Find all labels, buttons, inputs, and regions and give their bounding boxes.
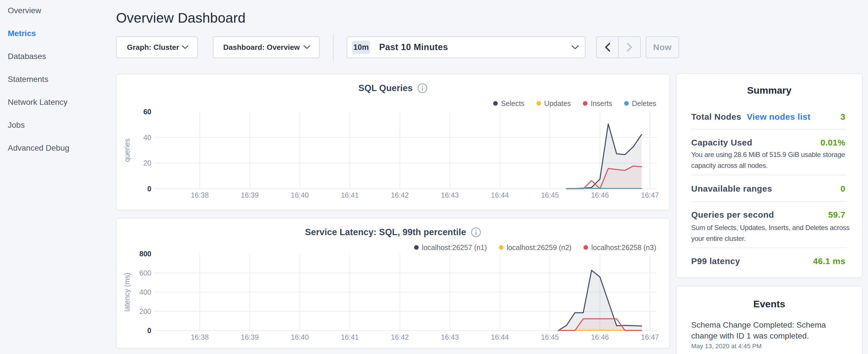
- summary-row-value: 46.1 ms: [813, 256, 845, 266]
- chevron-down-icon: [182, 45, 189, 49]
- sidebar-item-databases[interactable]: Databases: [8, 45, 111, 68]
- svg-text:16:42: 16:42: [391, 333, 409, 341]
- summary-row-label: Capacity Used: [691, 138, 752, 148]
- toolbar: Graph: Cluster Dashboard: Overview 10m P…: [116, 36, 679, 58]
- svg-text:200: 200: [139, 307, 151, 315]
- chevron-down-icon: [571, 45, 579, 50]
- divider: [691, 248, 846, 248]
- summary-row-label: Queries per second: [691, 210, 774, 220]
- svg-text:16:46: 16:46: [591, 333, 609, 341]
- graph-dropdown-label: Graph: Cluster: [127, 43, 179, 52]
- sidebar-item-overview[interactable]: Overview: [8, 0, 111, 22]
- summary-row-value: 59.7: [828, 210, 845, 220]
- sidebar-item-statements[interactable]: Statements: [8, 68, 111, 91]
- svg-text:40: 40: [143, 133, 151, 141]
- sql-queries-plot: 020406016:3816:3916:4016:4116:4216:4316:…: [117, 74, 670, 211]
- svg-text:16:41: 16:41: [341, 333, 359, 341]
- chevron-right-icon: [627, 43, 632, 52]
- summary-row-p99-latency: P99 latency 46.1 ms: [691, 255, 845, 267]
- summary-title: Summary: [677, 85, 862, 96]
- dashboard-dropdown[interactable]: Dashboard: Overview: [213, 36, 319, 58]
- svg-text:16:43: 16:43: [441, 333, 459, 341]
- svg-text:16:39: 16:39: [241, 191, 259, 199]
- divider: [691, 129, 846, 129]
- time-step-buttons: [596, 36, 641, 58]
- sidebar-item-advanced-debug[interactable]: Advanced Debug: [8, 137, 111, 160]
- events-title: Events: [677, 298, 862, 310]
- svg-text:16:42: 16:42: [391, 191, 409, 199]
- time-range-label: Past 10 Minutes: [379, 42, 448, 53]
- events-panel: Events Schema Change Completed: Schema c…: [676, 286, 863, 354]
- service-latency-plot: 020040060080016:3816:3916:4016:4116:4216…: [117, 219, 670, 349]
- summary-row-queries-per-second: Queries per second 59.7: [691, 209, 845, 221]
- svg-text:16:45: 16:45: [541, 191, 559, 199]
- svg-text:16:39: 16:39: [241, 333, 259, 341]
- summary-row-total-nodes: Total Nodes View nodes list 3: [691, 111, 845, 123]
- svg-text:16:44: 16:44: [491, 333, 509, 341]
- sidebar-nav: OverviewMetricsDatabasesStatementsNetwor…: [8, 0, 111, 160]
- summary-row-label: P99 latency: [691, 256, 740, 266]
- svg-text:16:40: 16:40: [291, 191, 309, 199]
- service-latency-chart-card: Service Latency: SQL, 99th percentile lo…: [116, 218, 670, 349]
- summary-row-capacity-used: Capacity Used 0.01%: [691, 137, 845, 148]
- svg-text:queries: queries: [123, 139, 131, 162]
- summary-row-label: Unavailable ranges: [691, 184, 772, 194]
- svg-text:16:46: 16:46: [591, 191, 609, 199]
- svg-text:16:47: 16:47: [641, 333, 659, 341]
- summary-row-value: 0.01%: [820, 138, 845, 148]
- chevron-down-icon: [304, 45, 310, 49]
- svg-text:0: 0: [147, 185, 151, 193]
- svg-text:16:38: 16:38: [191, 333, 209, 341]
- sidebar-item-metrics[interactable]: Metrics: [8, 22, 111, 45]
- summary-row-value: 0: [840, 184, 845, 194]
- svg-text:20: 20: [143, 159, 151, 167]
- svg-text:16:45: 16:45: [541, 333, 559, 341]
- graph-dropdown[interactable]: Graph: Cluster: [116, 36, 198, 58]
- svg-text:600: 600: [139, 269, 151, 277]
- svg-text:16:44: 16:44: [491, 191, 509, 199]
- divider: [691, 201, 846, 202]
- sidebar-item-jobs[interactable]: Jobs: [8, 114, 111, 137]
- svg-text:16:47: 16:47: [641, 191, 659, 199]
- chevron-left-icon: [604, 43, 610, 52]
- event-item-text[interactable]: Schema Change Completed: Schema change w…: [691, 320, 852, 342]
- event-item-timestamp: May 13, 2020 at 4:45 PM: [691, 343, 762, 350]
- divider: [691, 175, 846, 175]
- svg-text:0: 0: [147, 326, 151, 334]
- sql-queries-chart-card: SQL Queries SelectsUpdatesInsertsDeletes…: [116, 74, 670, 210]
- summary-row-label: Total Nodes: [691, 112, 741, 122]
- prev-time-button[interactable]: [597, 37, 619, 58]
- toolbar-divider: [333, 33, 334, 61]
- summary-row-value: 3: [840, 112, 845, 122]
- svg-text:16:43: 16:43: [441, 191, 459, 199]
- svg-text:latency (ms): latency (ms): [123, 273, 131, 312]
- summary-row-unavailable-ranges: Unavailable ranges 0: [691, 183, 845, 194]
- summary-row-description: Sum of Selects, Updates, Inserts, and De…: [691, 222, 850, 244]
- overview-dashboard-page: { "sidebar": { "items": [ {"label": "Ove…: [0, 0, 868, 354]
- sidebar-item-network-latency[interactable]: Network Latency: [8, 91, 111, 114]
- svg-text:16:40: 16:40: [291, 333, 309, 341]
- now-button[interactable]: Now: [646, 36, 679, 58]
- svg-text:400: 400: [139, 288, 151, 296]
- time-range-picker[interactable]: 10m Past 10 Minutes: [347, 36, 585, 58]
- svg-text:16:41: 16:41: [341, 191, 359, 199]
- dashboard-dropdown-label: Dashboard: Overview: [223, 43, 300, 52]
- svg-text:800: 800: [139, 250, 151, 258]
- time-range-badge: 10m: [352, 41, 370, 54]
- svg-text:16:38: 16:38: [191, 191, 209, 199]
- summary-row-description: You are using 28.6 MiB of 515.9 GiB usab…: [691, 149, 850, 171]
- next-time-button[interactable]: [619, 37, 640, 58]
- svg-text:60: 60: [143, 108, 151, 116]
- view-nodes-list-link[interactable]: View nodes list: [747, 112, 810, 122]
- summary-panel: Summary Total Nodes View nodes list 3 Ca…: [676, 73, 863, 278]
- page-title: Overview Dashboard: [116, 10, 246, 26]
